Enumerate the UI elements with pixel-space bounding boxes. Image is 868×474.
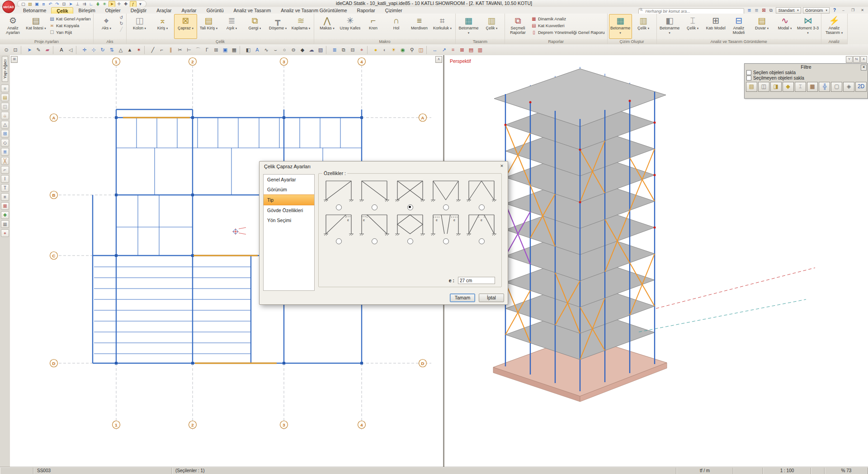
beam-object-icon[interactable]: ⌐ xyxy=(1,166,9,174)
yapi-agaci-tab[interactable]: Yapı Ağacı xyxy=(2,56,8,82)
render-icon[interactable]: ◫ xyxy=(416,46,425,54)
kiris-button[interactable]: ⌅Kiriş ▾ xyxy=(151,14,174,39)
filter-beam-icon[interactable]: ⌶ xyxy=(795,82,806,92)
brace-type-eccentric-inverted-v-icon[interactable]: e xyxy=(464,212,499,237)
brace-radio-v[interactable] xyxy=(428,204,463,210)
section-icon[interactable]: ⊟ xyxy=(348,46,357,54)
brace-radio-diagonal-down[interactable] xyxy=(357,204,392,210)
filter-panel-icon[interactable]: ◨ xyxy=(770,82,782,92)
doseme-button[interactable]: ┳Döşeme ▾ xyxy=(266,14,289,39)
walkthrough-icon[interactable]: ⚲ xyxy=(407,46,416,54)
line-icon[interactable]: ╱ xyxy=(148,46,157,54)
quick-macro-icon[interactable]: ƒ xyxy=(130,1,137,7)
scale-icon[interactable]: ▲ xyxy=(125,46,134,54)
analiz-modeli-button[interactable]: ⊟Analiz Modeli xyxy=(727,14,750,39)
extend-icon[interactable]: ⊢ xyxy=(184,46,193,54)
filter-slab-icon[interactable]: ▤ xyxy=(746,82,757,92)
fillet-icon[interactable]: ⌒ xyxy=(193,46,203,54)
qat-dropdown-icon[interactable]: ▾ xyxy=(137,1,143,7)
checkbox-icon[interactable] xyxy=(746,76,751,81)
moment-3-3-button[interactable]: ⋈Moment 3-3 ▾ xyxy=(797,14,820,39)
mirror-vertical-icon[interactable]: ⇅ xyxy=(107,46,116,54)
polygon-object-icon[interactable]: ◇ xyxy=(1,139,9,147)
brace-type-diagonal-down-icon[interactable] xyxy=(357,178,392,204)
celik-cizim-button[interactable]: ▥Çelik ▾ xyxy=(632,14,655,39)
corner-icon[interactable]: Γ xyxy=(203,46,212,54)
block-icon[interactable]: ▣ xyxy=(221,46,230,54)
axis-object-icon[interactable]: ⌖ xyxy=(1,229,9,237)
circle-icon[interactable]: ○ xyxy=(280,46,289,54)
save-icon[interactable]: ▣ xyxy=(34,1,40,7)
ribbon-tab[interactable]: Çelik xyxy=(51,7,73,14)
separator[interactable] xyxy=(53,46,56,54)
brace-type-eccentric-down-icon[interactable]: e xyxy=(357,212,392,237)
help-icon[interactable]: ? xyxy=(831,8,838,13)
kat-kuvvetleri-button[interactable]: ▤Kat Kuvvetleri xyxy=(531,22,605,28)
status-zoom[interactable]: % 73 xyxy=(825,467,868,474)
plan-splitter-button[interactable]: ∧ xyxy=(435,56,442,63)
modal-button[interactable]: ∿Modal ▾ xyxy=(774,14,797,39)
asik-button[interactable]: ≣Aşık ▾ xyxy=(220,14,243,39)
text-icon[interactable]: A xyxy=(57,46,66,54)
separator[interactable] xyxy=(76,46,79,54)
leader-icon[interactable]: ↗ xyxy=(439,46,448,54)
hol-button[interactable]: ∩Hol xyxy=(385,14,408,39)
label-axes-icon[interactable]: ⌗ xyxy=(448,46,458,54)
filter-wall-icon[interactable]: ◫ xyxy=(758,82,769,92)
betonarme-goruntule-button[interactable]: ◧Betonarme ▾ xyxy=(658,14,681,39)
arc-icon[interactable]: ⌣ xyxy=(271,46,280,54)
brace-type-eccentric-v-icon[interactable]: ee xyxy=(428,212,463,237)
tee-object-icon[interactable]: T xyxy=(1,184,9,192)
xref-icon[interactable]: ⧉ xyxy=(339,46,348,54)
perpendicular-snap-icon[interactable]: ⊥ xyxy=(75,1,80,7)
parallel-snap-icon[interactable]: ⇉ xyxy=(81,1,87,7)
capraz-button[interactable]: ⊠Çapraz ▾ xyxy=(174,14,197,39)
tali-kiris-button[interactable]: ▤Tali Kiriş ▾ xyxy=(197,14,220,39)
filter-brick-icon[interactable]: ▦ xyxy=(807,82,818,92)
label-box-icon[interactable]: ⊠ xyxy=(458,46,467,54)
uzay-kafes-button[interactable]: ✳Uzay Kafes xyxy=(339,14,362,39)
minimize-button[interactable]: – xyxy=(840,7,847,13)
copy-icon[interactable]: ⊹ xyxy=(89,46,98,54)
brace-type-v-icon[interactable] xyxy=(428,178,463,204)
offset-icon[interactable]: ∥ xyxy=(166,46,175,54)
checkbox-icon[interactable] xyxy=(746,70,751,75)
ribbon-tab[interactable]: Görüntü xyxy=(202,7,229,14)
separator[interactable] xyxy=(144,46,147,54)
endpoint-snap-icon[interactable]: ➤ xyxy=(108,1,115,7)
kati-model-button[interactable]: ⊞Katı Model xyxy=(704,14,727,39)
brace-radio-eccentric-down[interactable] xyxy=(357,238,392,244)
korkuluk-button[interactable]: ⌗Korkuluk ▾ xyxy=(431,14,454,39)
grid-snap-icon[interactable]: ⋕ xyxy=(95,1,101,7)
text-edit-icon[interactable]: ◁ xyxy=(66,46,75,54)
text-style-icon[interactable]: A xyxy=(253,46,262,54)
ellipse-icon[interactable]: ⊖ xyxy=(289,46,298,54)
sloped-axis-icon[interactable]: ╱ xyxy=(118,27,124,32)
trim-icon[interactable]: ✂ xyxy=(175,46,184,54)
filter-box-icon[interactable]: ▢ xyxy=(831,82,842,92)
close-button[interactable]: ✕ xyxy=(859,7,866,13)
status-unit[interactable]: tf / m xyxy=(676,467,733,474)
image-icon[interactable]: ▧ xyxy=(316,46,325,54)
select-icon[interactable]: ➤ xyxy=(25,46,34,54)
brace-radio-x[interactable] xyxy=(392,204,428,210)
analiz-ayarlari-button[interactable]: ⚙Analiz Ayarları xyxy=(1,14,24,39)
osnap-icon[interactable]: ✳ xyxy=(102,1,108,7)
brace-type-diagonal-up-icon[interactable] xyxy=(321,178,356,204)
kat-kopyala-button[interactable]: ≍Kat Kopyala xyxy=(49,22,91,28)
makas-button[interactable]: ⋀Makas ▾ xyxy=(316,14,339,39)
rotate-icon[interactable]: ↻ xyxy=(98,46,107,54)
filter-plate-icon[interactable]: ◆ xyxy=(783,82,794,92)
tamam-button[interactable]: Tamam xyxy=(450,294,475,302)
column-object-icon[interactable]: I xyxy=(1,175,9,183)
ortho-snap-icon[interactable]: ∟ xyxy=(88,1,94,7)
ribbon-tab[interactable]: Objeler xyxy=(100,7,126,14)
zoom-realtime-icon[interactable]: ⊙ xyxy=(2,46,11,54)
cloud-icon[interactable]: ☁ xyxy=(307,46,316,54)
stairs-object-icon[interactable]: ≡ xyxy=(1,193,9,201)
yari-rijit-checkbox[interactable]: ☐Yarı Rijit xyxy=(49,29,91,35)
explode-icon[interactable]: ✶ xyxy=(134,46,143,54)
kat-genel-ayarlari-button[interactable]: ▤Kat Genel Ayarları xyxy=(49,15,91,22)
celik-tasarim-button[interactable]: ▥Çelik ▾ xyxy=(480,14,503,39)
separator[interactable] xyxy=(240,46,243,54)
